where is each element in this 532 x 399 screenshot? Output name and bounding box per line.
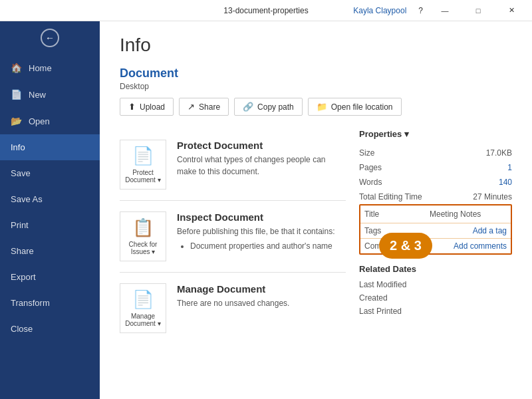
inspect-title: Inspect Document [177, 211, 346, 223]
sidebar-item-save[interactable]: Save [0, 160, 100, 186]
app-body: ← 🏠 Home 📄 New 📂 Open Info Save Save As … [0, 21, 532, 399]
manage-icon-box[interactable]: 📄 ManageDocument ▾ [120, 283, 166, 333]
close-window-button[interactable]: ✕ [496, 0, 527, 21]
protect-desc: Control what types of changes people can… [177, 154, 346, 178]
props-pages-value: 1 [507, 163, 512, 172]
sidebar-item-export[interactable]: Export [0, 264, 100, 290]
props-row-pages: Pages 1 [359, 160, 512, 175]
sidebar-item-home[interactable]: 🏠 Home [0, 55, 100, 81]
open-location-icon: 📁 [317, 102, 327, 112]
protect-title: Protect Document [177, 140, 346, 151]
sidebar-item-save-as-label: Save As [11, 194, 43, 204]
sidebar-item-export-label: Export [11, 272, 36, 282]
open-location-label: Open file location [331, 102, 393, 112]
sidebar-item-info-label: Info [11, 142, 25, 152]
copy-path-label: Copy path [257, 102, 294, 112]
props-tags-placeholder[interactable]: Add a tag [473, 226, 507, 235]
related-dates-created: Created [359, 291, 512, 305]
props-words-value: 140 [499, 178, 512, 187]
sidebar-item-open-label: Open [29, 116, 50, 126]
new-doc-icon: 📄 [11, 89, 22, 100]
copy-path-button[interactable]: 🔗 Copy path [234, 98, 303, 116]
related-dates-modified: Last Modified [359, 278, 512, 291]
props-row-edit-time: Total Editing Time 27 Minutes [359, 190, 512, 204]
inspect-content: Inspect Document Before publishing this … [177, 211, 346, 251]
home-icon: 🏠 [11, 63, 22, 73]
inspect-section: 📋 Check forIssues ▾ Inspect Document Bef… [120, 200, 346, 272]
props-edit-time-value: 27 Minutes [473, 192, 512, 201]
upload-button[interactable]: ⬆ Upload [120, 98, 174, 116]
help-button[interactable]: ? [414, 6, 427, 15]
share-icon: ↗ [188, 102, 195, 112]
share-button[interactable]: ↗ Share [179, 98, 229, 116]
props-row-size: Size 17.0KB [359, 146, 512, 160]
sidebar: ← 🏠 Home 📄 New 📂 Open Info Save Save As … [0, 21, 100, 399]
manage-section: 📄 ManageDocument ▾ Manage Document There… [120, 272, 346, 344]
back-arrow-icon: ← [41, 29, 59, 47]
sidebar-item-print-label: Print [11, 220, 29, 230]
document-filename: 13-document-properties [223, 6, 308, 15]
sidebar-item-transform-label: Transform [11, 298, 50, 308]
sidebar-item-share[interactable]: Share [0, 238, 100, 264]
inspect-file-icon: 📋 [132, 217, 154, 238]
annotation-bubble: 2 & 3 [379, 233, 432, 259]
manage-icon-label: ManageDocument ▾ [125, 313, 160, 327]
props-title-label: Title [364, 209, 379, 219]
props-size-value: 17.0KB [486, 148, 512, 158]
sidebar-item-new-label: New [29, 90, 46, 100]
manage-title: Manage Document [177, 283, 346, 295]
doc-location: Desktop [120, 82, 512, 91]
action-buttons-row: ⬆ Upload ↗ Share 🔗 Copy path 📁 Open file… [120, 98, 512, 116]
protect-content: Protect Document Control what types of c… [177, 140, 346, 178]
title-bar-controls: Kayla Claypool ? — □ ✕ [353, 0, 527, 21]
inspect-icon-box[interactable]: 📋 Check forIssues ▾ [120, 211, 166, 261]
sidebar-item-close-label: Close [11, 324, 33, 334]
inspect-desc: Before publishing this file, be that it … [177, 225, 346, 237]
page-title: Info [120, 35, 512, 56]
sidebar-item-info[interactable]: Info [0, 134, 100, 160]
sidebar-item-save-as[interactable]: Save As [0, 186, 100, 212]
manage-desc: There are no unsaved changes. [177, 297, 346, 309]
sidebar-item-print[interactable]: Print [0, 212, 100, 238]
sidebar-item-new[interactable]: 📄 New [0, 81, 100, 108]
inspect-icon-label: Check forIssues ▾ [129, 241, 158, 255]
props-title-input[interactable] [427, 208, 507, 220]
related-dates-printed: Last Printed [359, 305, 512, 318]
related-dates-title: Related Dates [359, 264, 512, 274]
props-size-label: Size [359, 148, 374, 158]
manage-content: Manage Document There are no unsaved cha… [177, 283, 346, 309]
open-folder-icon: 📂 [11, 116, 22, 126]
props-edit-time-label: Total Editing Time [359, 192, 422, 201]
doc-title: Document [120, 66, 512, 80]
sidebar-item-save-label: Save [11, 168, 31, 178]
manage-file-icon: 📄 [132, 289, 154, 310]
sections-left: 📄 ProtectDocument ▾ Protect Document Con… [120, 129, 346, 344]
sidebar-item-transform[interactable]: Transform [0, 290, 100, 316]
sections-grid: 📄 ProtectDocument ▾ Protect Document Con… [120, 129, 512, 344]
minimize-button[interactable]: — [430, 0, 460, 21]
protect-icon-label: ProtectDocument ▾ [125, 169, 160, 184]
props-pages-label: Pages [359, 163, 382, 172]
properties-title: Properties ▾ [359, 129, 512, 139]
props-tags-label: Tags [364, 226, 381, 235]
copy-path-icon: 🔗 [243, 102, 253, 112]
protect-section: 📄 ProtectDocument ▾ Protect Document Con… [120, 129, 346, 200]
props-row-title: Title [360, 205, 511, 223]
inspect-list: Document properties and author's name [177, 241, 346, 251]
upload-icon: ⬆ [128, 102, 136, 112]
main-content: Info Document Desktop ⬆ Upload ↗ Share 🔗… [100, 21, 532, 399]
props-row-words: Words 140 [359, 175, 512, 190]
props-comments-placeholder[interactable]: Add comments [454, 241, 507, 251]
sidebar-item-home-label: Home [29, 63, 52, 73]
back-button[interactable]: ← [0, 21, 100, 55]
props-words-label: Words [359, 178, 382, 187]
protect-icon-box[interactable]: 📄 ProtectDocument ▾ [120, 140, 166, 190]
inspect-list-item-1: Document properties and author's name [190, 241, 346, 251]
sidebar-item-close[interactable]: Close [0, 316, 100, 342]
protect-file-icon: 📄 [132, 146, 154, 166]
share-label: Share [199, 102, 220, 112]
sidebar-item-open[interactable]: 📂 Open [0, 108, 100, 134]
maximize-button[interactable]: □ [463, 0, 493, 21]
upload-label: Upload [140, 102, 165, 112]
open-location-button[interactable]: 📁 Open file location [308, 98, 402, 116]
